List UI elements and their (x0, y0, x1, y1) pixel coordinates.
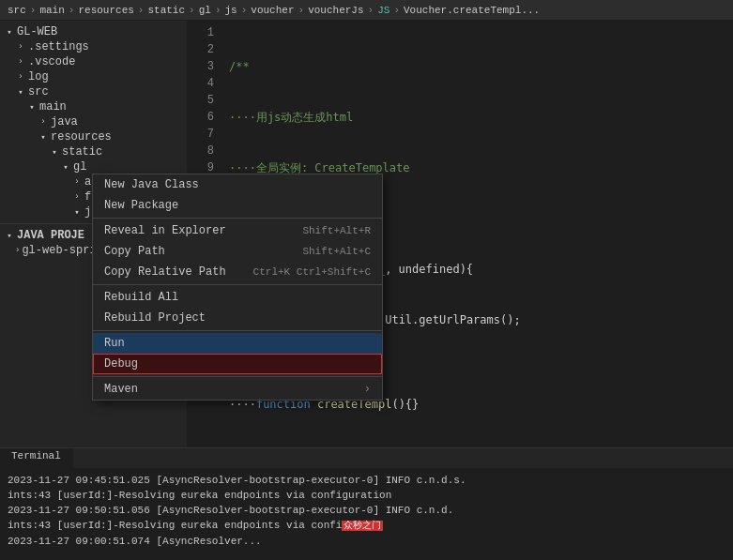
log-line: ints:43 [userId:]-Resolving eureka endpo… (8, 518, 725, 534)
menu-item-reveal-explorer[interactable]: Reveal in Explorer Shift+Alt+R (93, 220, 382, 241)
submenu-arrow-icon: › (364, 383, 371, 396)
sidebar-item-settings[interactable]: › .settings (0, 39, 187, 54)
sidebar-item-label: GL-WEB (17, 25, 57, 38)
context-menu: New Java Class New Package Reveal in Exp… (92, 174, 383, 401)
bottom-panel: Terminal 2023-11-27 09:45:51.025 [AsyncR… (0, 447, 733, 560)
sidebar-item-label: a (84, 175, 91, 189)
arrow-icon: › (15, 245, 20, 256)
top-bar: src › main › resources › static › gl › j… (0, 0, 733, 21)
sidebar-item-label: .vscode (28, 55, 75, 68)
arrow-icon: ▾ (26, 101, 38, 113)
sidebar-item-vscode[interactable]: › .vscode (0, 54, 187, 69)
menu-item-label: Rebuild All (104, 291, 371, 304)
arrow-icon: ▾ (4, 26, 15, 38)
menu-separator (93, 376, 382, 377)
menu-item-new-package[interactable]: New Package (93, 195, 382, 216)
breadcrumb: src › main › resources › static › gl › j… (8, 5, 540, 16)
menu-item-label: New Java Class (104, 178, 371, 191)
arrow-icon: ▾ (60, 161, 71, 173)
log-line: ints:43 [userId:]-Resolving eureka endpo… (8, 488, 725, 503)
menu-item-debug[interactable]: Debug (93, 354, 382, 374)
menu-item-copy-path[interactable]: Copy Path Shift+Alt+C (93, 241, 382, 262)
sidebar-item-gl-web[interactable]: ▾ GL-WEB (0, 24, 187, 39)
menu-item-label: Copy Relative Path (104, 265, 238, 279)
arrow-icon: › (71, 176, 83, 188)
sidebar-item-log[interactable]: › log (0, 69, 187, 84)
menu-separator (93, 284, 382, 285)
arrow-icon: › (71, 191, 83, 203)
menu-item-label: Rebuild Project (104, 311, 371, 325)
java-proj-label: JAVA PROJE (17, 229, 84, 242)
arrow-icon: ▾ (38, 131, 49, 143)
menu-item-label: Run (104, 337, 371, 350)
sidebar-item-main[interactable]: ▾ main (0, 99, 187, 114)
sidebar-item-java[interactable]: › java (0, 114, 187, 129)
log-line: 2023-11-27 09:50:51.056 [AsyncResolver-b… (8, 503, 725, 518)
menu-item-label: New Package (104, 199, 371, 212)
menu-item-shortcut: Shift+Alt+R (302, 225, 371, 236)
sidebar-item-label: src (28, 85, 49, 98)
arrow-icon: › (15, 71, 26, 83)
arrow-icon: › (15, 56, 26, 68)
menu-item-new-java-class[interactable]: New Java Class (93, 174, 382, 195)
arrow-icon: ▾ (15, 86, 26, 98)
sidebar-item-label: main (39, 100, 67, 114)
sidebar-item-src[interactable]: ▾ src (0, 84, 187, 99)
sidebar-item-label: gl (73, 160, 86, 174)
menu-separator (93, 218, 382, 219)
arrow-icon: ▾ (49, 146, 60, 158)
log-line: 2023-11-27 09:00:51.074 [AsyncResolver..… (8, 534, 725, 549)
sidebar-item-label: resources (51, 130, 112, 144)
arrow-icon: ▾ (4, 230, 15, 241)
sidebar-item-label: .settings (28, 40, 89, 53)
sidebar-item-static[interactable]: ▾ static (0, 144, 187, 159)
sidebar-item-resources[interactable]: ▾ resources (0, 129, 187, 144)
terminal-content: 2023-11-27 09:45:51.025 [AsyncResolver-b… (0, 469, 733, 552)
panel-tabs: Terminal (0, 448, 733, 469)
menu-item-rebuild-project[interactable]: Rebuild Project (93, 308, 382, 328)
sidebar-item-gl[interactable]: ▾ gl (0, 159, 187, 174)
arrow-icon: › (15, 41, 26, 53)
menu-item-copy-relative-path[interactable]: Copy Relative Path Ctrl+K Ctrl+Shift+C (93, 262, 382, 282)
menu-item-shortcut: Shift+Alt+C (302, 246, 371, 257)
sidebar-item-label: log (28, 70, 49, 83)
menu-item-run[interactable]: Run (93, 333, 382, 354)
tab-terminal[interactable]: Terminal (0, 448, 73, 468)
menu-item-maven[interactable]: Maven › (93, 379, 382, 400)
menu-item-label: Maven (104, 383, 357, 396)
log-line: 2023-11-27 09:45:51.025 [AsyncResolver-b… (8, 473, 725, 488)
menu-item-rebuild-all[interactable]: Rebuild All (93, 287, 382, 308)
arrow-icon: ▾ (71, 206, 83, 218)
menu-item-shortcut: Ctrl+K Ctrl+Shift+C (253, 266, 371, 278)
menu-item-label: Reveal in Explorer (104, 224, 287, 237)
sidebar-item-label: static (62, 145, 102, 159)
sidebar-item-label: java (51, 115, 78, 129)
menu-item-label: Debug (104, 357, 371, 371)
menu-item-label: Copy Path (104, 245, 287, 258)
arrow-icon: › (38, 116, 49, 128)
menu-separator (93, 330, 382, 331)
